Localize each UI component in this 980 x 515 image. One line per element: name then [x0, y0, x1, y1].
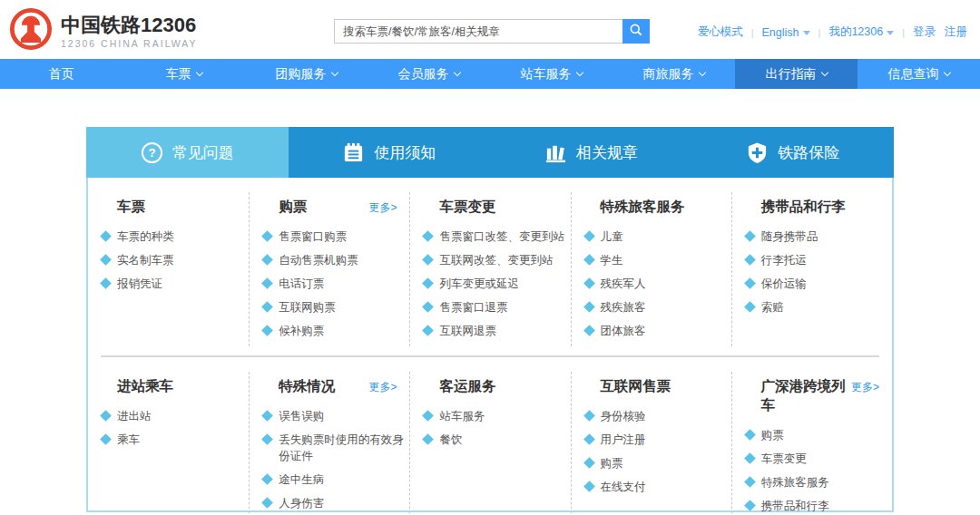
my-12306-dropdown[interactable]: 我的12306 — [828, 24, 894, 40]
search-button[interactable] — [622, 19, 650, 44]
diamond-bullet-icon — [744, 277, 756, 289]
list-item[interactable]: 报销凭证 — [101, 272, 245, 296]
list-item[interactable]: 实名制车票 — [101, 248, 245, 272]
list-item-label: 购票 — [601, 455, 623, 471]
section-header: 携带品和行李 — [745, 196, 888, 217]
diamond-bullet-icon — [423, 410, 435, 422]
list-item[interactable]: 残疾旅客 — [584, 296, 728, 319]
list-item[interactable]: 用户注册 — [584, 428, 728, 452]
list-item-label: 行李托运 — [761, 252, 807, 268]
list-item[interactable]: 购票 — [584, 452, 728, 475]
list-item[interactable]: 售票窗口退票 — [423, 296, 566, 319]
list-item[interactable]: 行李托运 — [745, 248, 888, 272]
chevron-down-icon — [803, 31, 810, 35]
tab-shield-plus[interactable]: 铁路保险 — [692, 127, 895, 178]
list-item[interactable]: 特殊旅客服务 — [745, 471, 888, 494]
diamond-bullet-icon — [100, 230, 112, 242]
list-item[interactable]: 售票窗口购票 — [262, 225, 406, 248]
list-item[interactable]: 列车变更或延迟 — [423, 272, 566, 296]
more-link[interactable]: 更多> — [368, 380, 397, 395]
diamond-bullet-icon — [423, 277, 435, 289]
nav-item[interactable]: 出行指南 — [735, 59, 858, 89]
list-item[interactable]: 误售误购 — [262, 404, 406, 428]
nav-item-label: 首页 — [49, 66, 74, 83]
tab-question[interactable]: ?常见问题 — [86, 127, 289, 178]
section-item-list: 儿童学生残疾军人残疾旅客团体旅客 — [584, 225, 728, 343]
list-item-label: 自动售票机购票 — [279, 252, 358, 268]
register-link[interactable]: 注册 — [945, 24, 967, 40]
list-item[interactable]: 餐饮 — [423, 428, 566, 452]
list-item[interactable]: 车票变更 — [745, 447, 888, 471]
list-item[interactable]: 车票的种类 — [101, 225, 245, 248]
nav-item[interactable]: 商旅服务 — [612, 59, 735, 89]
list-item[interactable]: 候补购票 — [262, 319, 406, 343]
list-item[interactable]: 站车服务 — [423, 404, 566, 428]
nav-item[interactable]: 站车服务 — [490, 59, 612, 89]
diamond-bullet-icon — [261, 325, 273, 336]
nav-item-label: 车票 — [166, 66, 191, 83]
list-item[interactable]: 学生 — [584, 248, 728, 272]
list-item[interactable]: 购票 — [745, 423, 888, 447]
list-item[interactable]: 人身伤害 — [262, 491, 406, 515]
list-item-label: 售票窗口改签、变更到站 — [439, 228, 564, 245]
nav-item[interactable]: 首页 — [0, 59, 122, 89]
section-column: 互联网售票身份核验用户注册购票在线支付 — [571, 372, 731, 515]
list-item[interactable]: 在线支付 — [584, 475, 728, 499]
china-railway-logo-icon — [9, 7, 53, 54]
nav-item[interactable]: 车票 — [122, 59, 245, 89]
section-title: 客运服务 — [439, 377, 495, 396]
list-item[interactable]: 携带品和行李 — [745, 494, 888, 515]
sections-row-1: 车票车票的种类实名制车票报销凭证购票更多>售票窗口购票自动售票机购票电话订票互联… — [88, 178, 892, 355]
nav-item-label: 商旅服务 — [643, 66, 694, 83]
nav-item[interactable]: 团购服务 — [245, 59, 368, 89]
list-item[interactable]: 自动售票机购票 — [262, 248, 406, 272]
chevron-down-icon — [195, 68, 202, 75]
list-item[interactable]: 儿童 — [584, 225, 728, 248]
tab-notepad[interactable]: 使用须知 — [289, 127, 491, 178]
section-title: 互联网售票 — [601, 377, 671, 396]
list-item[interactable]: 丢失购票时使用的有效身份证件 — [262, 428, 406, 468]
nav-item[interactable]: 会员服务 — [368, 59, 490, 89]
list-item[interactable]: 电话订票 — [262, 272, 406, 296]
more-link[interactable]: 更多> — [368, 200, 397, 216]
guide-panel: ?常见问题使用须知相关规章铁路保险 车票车票的种类实名制车票报销凭证购票更多>售… — [86, 127, 894, 512]
section-header: 车票 — [101, 196, 245, 217]
list-item[interactable]: 互联网退票 — [423, 319, 566, 343]
list-item[interactable]: 残疾军人 — [584, 272, 728, 296]
diamond-bullet-icon — [261, 230, 273, 242]
nav-item[interactable]: 信息查询 — [858, 59, 980, 89]
login-link[interactable]: 登录 — [913, 24, 936, 40]
section-header: 广深港跨境列车更多> — [745, 375, 888, 415]
search-input[interactable] — [334, 19, 622, 44]
tab-books[interactable]: 相关规章 — [490, 127, 692, 178]
list-item-label: 进出站 — [117, 408, 152, 424]
divider: | — [902, 27, 905, 38]
section-title: 进站乘车 — [117, 377, 173, 396]
list-item[interactable]: 进出站 — [101, 404, 245, 428]
section-item-list: 身份核验用户注册购票在线支付 — [584, 404, 728, 499]
logo[interactable]: 中国铁路12306 12306 CHINA RAILWAY — [9, 7, 197, 54]
my-12306-label: 我的12306 — [828, 24, 883, 40]
list-item[interactable]: 身份核验 — [584, 404, 728, 428]
list-item[interactable]: 途中生病 — [262, 468, 406, 491]
logo-title: 中国铁路12306 — [61, 14, 197, 37]
list-item-label: 途中生病 — [279, 471, 324, 488]
list-item[interactable]: 随身携带品 — [745, 225, 888, 248]
love-mode-link[interactable]: 爱心模式 — [698, 24, 743, 40]
list-item[interactable]: 售票窗口改签、变更到站 — [423, 225, 566, 248]
more-link[interactable]: 更多> — [851, 380, 879, 395]
list-item[interactable]: 保价运输 — [745, 272, 888, 296]
diamond-bullet-icon — [744, 254, 756, 266]
svg-text:?: ? — [148, 146, 155, 160]
list-item[interactable]: 团体旅客 — [584, 319, 728, 343]
section-title: 购票 — [279, 198, 307, 217]
chevron-down-icon — [943, 68, 950, 75]
language-dropdown[interactable]: English — [762, 26, 810, 39]
list-item[interactable]: 索赔 — [745, 296, 888, 319]
list-item[interactable]: 乘车 — [101, 428, 245, 452]
diamond-bullet-icon — [100, 277, 112, 289]
list-item[interactable]: 互联网改签、变更到站 — [423, 248, 566, 272]
tab-label: 使用须知 — [374, 142, 436, 163]
section-item-list: 随身携带品行李托运保价运输索赔 — [745, 225, 888, 319]
list-item[interactable]: 互联网购票 — [262, 296, 406, 319]
